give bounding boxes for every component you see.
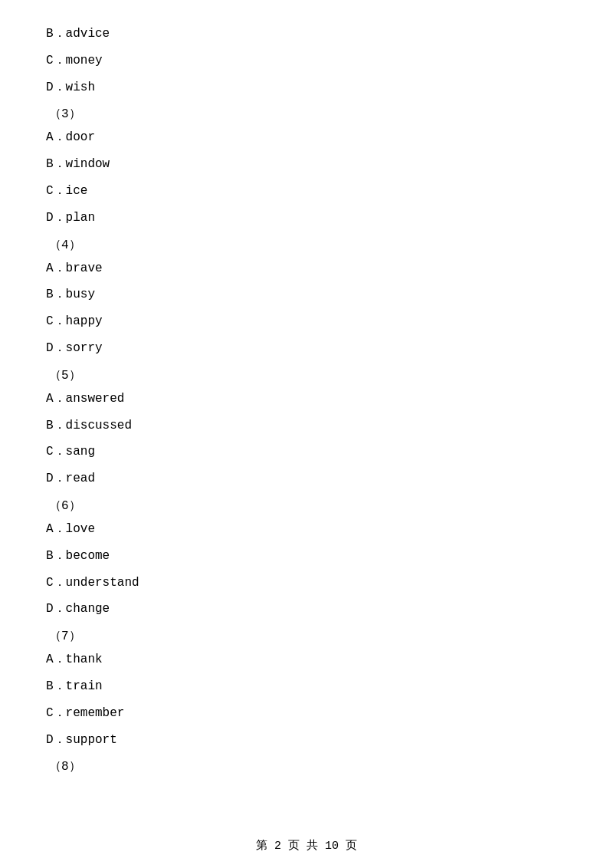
option-d-read: D．read xyxy=(46,468,567,490)
option-a-answered: A．answered xyxy=(46,388,567,410)
option-c-ice: C．ice xyxy=(46,180,567,202)
question-8-num: （8） xyxy=(46,758,567,774)
option-c-remember: C．remember xyxy=(46,702,567,725)
option-b-train: B．train xyxy=(46,676,567,698)
option-a-love: A．love xyxy=(46,518,567,541)
option-a-brave: A．brave xyxy=(46,258,567,280)
page-footer: 第 2 页 共 10 页 xyxy=(0,838,613,853)
option-d-wish: D．wish xyxy=(46,77,567,99)
question-7-num: （7） xyxy=(46,628,567,644)
option-b-advice: B．advice xyxy=(46,23,567,45)
option-d-sorry: D．sorry xyxy=(46,337,567,360)
option-b-busy: B．busy xyxy=(46,284,567,306)
question-6-num: （6） xyxy=(46,498,567,514)
option-b-become: B．become xyxy=(46,545,567,567)
option-c-money: C．money xyxy=(46,50,567,72)
question-3-num: （3） xyxy=(46,106,567,122)
option-b-discussed: B．discussed xyxy=(46,415,567,437)
option-c-understand: C．understand xyxy=(46,572,567,594)
option-c-sang: C．sang xyxy=(46,441,567,463)
option-d-support: D．support xyxy=(46,729,567,751)
option-b-window: B．window xyxy=(46,153,567,176)
option-d-plan: D．plan xyxy=(46,207,567,229)
option-c-happy: C．happy xyxy=(46,311,567,333)
question-5-num: （5） xyxy=(46,367,567,383)
option-a-door: A．door xyxy=(46,127,567,149)
option-a-thank: A．thank xyxy=(46,649,567,671)
question-4-num: （4） xyxy=(46,237,567,253)
option-d-change: D．change xyxy=(46,598,567,620)
main-content: B．advice C．money D．wish （3） A．door B．win… xyxy=(0,0,613,825)
